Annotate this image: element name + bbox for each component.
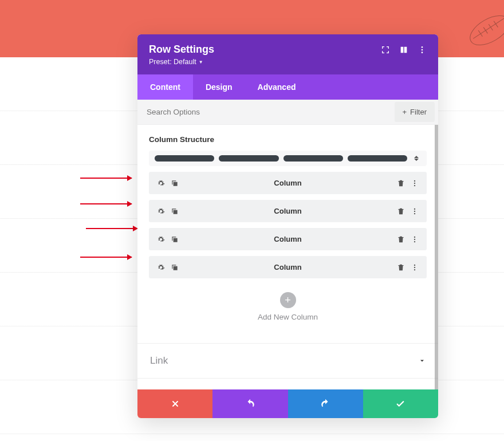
column-structure-selector[interactable] [149,151,427,166]
more-vertical-icon[interactable] [418,45,427,54]
svg-line-1 [473,17,504,39]
svg-point-8 [422,52,423,53]
modal-footer [137,389,438,418]
gear-icon[interactable] [157,179,165,187]
trash-icon[interactable] [397,179,405,187]
svg-point-7 [422,49,423,50]
row-settings-modal: Row Settings Preset: Default ▼ Content D… [137,34,438,418]
check-icon [395,399,405,409]
svg-line-3 [483,27,487,34]
layout-icon[interactable] [399,45,408,54]
plus-icon: + [285,295,291,305]
svg-point-18 [414,264,415,265]
redo-button[interactable] [288,389,363,418]
save-button[interactable] [363,389,438,418]
undo-button[interactable] [212,389,288,418]
add-column-button[interactable]: + [280,292,296,308]
svg-point-16 [414,238,415,239]
more-vertical-icon[interactable] [411,235,419,243]
more-vertical-icon[interactable] [411,263,419,271]
column-row[interactable]: Column [149,256,427,278]
svg-point-13 [414,210,415,211]
undo-icon [245,399,255,409]
plus-icon: + [403,108,407,116]
modal-title: Row Settings [149,44,214,56]
tab-advanced[interactable]: Advanced [245,74,309,100]
filter-button[interactable]: + Filter [395,102,435,122]
duplicate-icon[interactable] [171,263,179,271]
column-segment [348,155,407,162]
modal-header: Row Settings Preset: Default ▼ [137,34,438,74]
gear-icon[interactable] [157,207,165,215]
svg-line-5 [494,21,498,27]
gear-icon[interactable] [157,235,165,243]
accordion-link[interactable]: Link [137,343,438,378]
more-vertical-icon[interactable] [411,179,419,187]
caret-down-icon: ▼ [199,60,203,65]
preset-dropdown[interactable]: Preset: Default ▼ [149,58,203,66]
svg-line-2 [478,30,482,37]
svg-point-0 [465,10,504,51]
trash-icon[interactable] [397,207,405,215]
column-label: Column [179,263,397,271]
svg-point-12 [414,208,415,209]
duplicate-icon[interactable] [171,235,179,243]
search-input[interactable] [137,101,395,123]
svg-point-10 [414,182,415,183]
redo-icon [320,399,330,409]
filter-label: Filter [410,108,427,116]
duplicate-icon[interactable] [171,207,179,215]
annotation-arrow [86,228,137,229]
column-row[interactable]: Column [149,172,427,194]
column-segment [155,155,214,162]
sort-icon[interactable] [412,156,421,161]
svg-point-17 [414,241,415,242]
chevron-down-icon [419,357,426,364]
gear-icon[interactable] [157,263,165,271]
duplicate-icon[interactable] [171,179,179,187]
decorative-leaf-icon [464,5,504,56]
column-segment [284,155,343,162]
modal-main: Column Structure Column [137,125,438,389]
accordion-title: Link [150,355,168,367]
svg-point-15 [414,236,415,237]
svg-point-20 [414,269,415,270]
add-column-label: Add New Column [149,313,427,321]
svg-point-6 [422,46,423,48]
scrollbar[interactable] [435,125,438,389]
tab-design[interactable]: Design [193,74,245,100]
annotation-arrow [80,203,132,204]
search-row: + Filter [137,100,438,125]
column-label: Column [179,235,397,243]
column-segment [219,155,278,162]
column-label: Column [179,207,397,215]
svg-line-4 [489,24,493,30]
more-vertical-icon[interactable] [411,207,419,215]
trash-icon[interactable] [397,263,405,271]
column-structure-title: Column Structure [149,135,427,144]
annotation-arrow [80,178,132,179]
preset-label: Preset: Default [149,58,196,66]
trash-icon[interactable] [397,235,405,243]
svg-point-19 [414,266,415,267]
column-row[interactable]: Column [149,228,427,250]
svg-point-11 [414,184,415,186]
svg-point-9 [414,180,415,181]
tab-bar: Content Design Advanced [137,74,438,100]
cancel-button[interactable] [137,389,212,418]
svg-point-14 [414,212,415,214]
tab-content[interactable]: Content [137,74,193,100]
expand-icon[interactable] [381,45,390,54]
accordion-background[interactable]: Background [137,378,438,389]
column-label: Column [179,179,397,187]
annotation-arrow [80,257,132,258]
column-row[interactable]: Column [149,200,427,222]
close-icon [171,399,180,408]
